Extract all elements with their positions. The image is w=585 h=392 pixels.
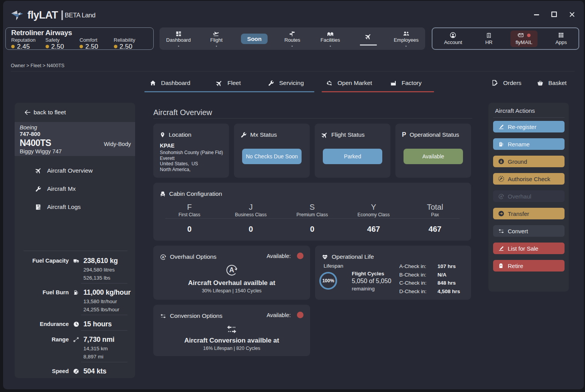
- airline-stat-value: 2.50: [46, 43, 80, 50]
- quick-nav-item-apps[interactable]: Apps: [550, 31, 572, 47]
- overhaul-options-title: Overhaul Options: [170, 253, 217, 260]
- minimize-button[interactable]: [527, 8, 545, 21]
- status-card-header: Location: [160, 131, 192, 138]
- spec-label: Range: [15, 336, 69, 343]
- action-button-ground[interactable]: Ground: [493, 156, 565, 167]
- sidebar-item-aircraft-logs[interactable]: Aircraft Logs: [15, 198, 135, 216]
- action-button-label: Authorise Check: [508, 176, 550, 182]
- airline-stat-value: 2.50: [80, 43, 114, 50]
- airline-stats: Reputation2.45Safety2.50Comfort2.50Relia…: [11, 37, 148, 50]
- overhaul-icon: A: [498, 193, 504, 200]
- action-button-rename[interactable]: Rename: [493, 138, 565, 150]
- app-title: flyLAT: [27, 9, 58, 21]
- main-nav-item-flight[interactable]: Flight: [197, 31, 235, 47]
- grid-icon: [558, 32, 564, 38]
- down-circle-icon: [498, 158, 504, 165]
- close-button[interactable]: [563, 8, 581, 21]
- tab-factory[interactable]: Factory: [390, 76, 422, 90]
- quick-nav-label: HR: [485, 39, 493, 45]
- cabin-class-count: 0: [281, 225, 343, 234]
- nav-notification-dot: [292, 46, 293, 47]
- action-button-transfer[interactable]: Transfer: [493, 208, 565, 219]
- check-value: 848 hrs: [437, 280, 456, 286]
- status-card-title: Mx Status: [250, 131, 277, 138]
- status-card-header: POperational Status: [402, 131, 459, 138]
- action-button-list-for-sale[interactable]: List for Sale: [493, 243, 565, 254]
- tab-label: Fleet: [227, 80, 241, 87]
- action-button-convert[interactable]: Convert: [493, 225, 565, 237]
- main-nav-item-soon[interactable]: Soon: [236, 34, 273, 44]
- aircraft-nickname: Biggy Wiggy 747: [20, 148, 131, 154]
- airline-stat-safety: Safety2.50: [46, 37, 80, 50]
- tab-row: DashboardFleetServicingOpen MarketFactor…: [3, 76, 584, 93]
- mx-status-button[interactable]: No Checks Due Soon: [242, 149, 302, 164]
- route-icon: [69, 337, 83, 343]
- sidebar-item-aircraft-mx[interactable]: Aircraft Mx: [15, 180, 135, 198]
- cabin-column-f: FFirst Class: [159, 203, 220, 217]
- main-nav-item-routes[interactable]: Routes: [273, 31, 311, 47]
- flight-cycles-value: 5,050 of 5,050: [352, 278, 391, 285]
- operational-status-button[interactable]: Available: [404, 149, 463, 164]
- tab-dashboard[interactable]: Dashboard: [150, 76, 190, 90]
- location-line: North America,: [160, 167, 223, 173]
- nav-notification-dot: [405, 46, 407, 47]
- specs-top-divider: [24, 251, 127, 251]
- spec-range: Range7,730 nmi: [15, 334, 135, 344]
- conversion-sub: 16% Lifespan | 820 Cycles: [153, 346, 310, 351]
- sidebar-item-aircraft-overview[interactable]: Aircraft Overview: [15, 161, 135, 180]
- main-nav-item-aircraft-active[interactable]: [349, 32, 387, 46]
- back-arrow-icon: [24, 109, 31, 115]
- tab-orders[interactable]: Orders: [492, 76, 521, 90]
- airline-summary-card[interactable]: Retroliner Airways Reputation2.45Safety2…: [5, 27, 154, 50]
- conversion-options-card: Conversion Options Available: Aircraft C…: [153, 305, 310, 356]
- tab-fleet[interactable]: Fleet: [216, 76, 241, 90]
- cabin-column-y: YEconomy Class: [343, 203, 404, 217]
- action-button-retire[interactable]: Retire: [493, 260, 565, 272]
- aircraft-info-strip: Boeing 747-800 N400TS Widy-Body Biggy Wi…: [15, 122, 135, 156]
- spec-value: 504 kts: [83, 367, 107, 375]
- status-card-operational-status: POperational StatusAvailable: [395, 124, 471, 178]
- spec-subvalue: 526,135 lbs: [83, 274, 135, 282]
- fleet-tabs-underline: [144, 91, 314, 92]
- check-label: A-Check in:: [399, 263, 437, 269]
- spec-endurance: Endurance15 hours: [15, 319, 135, 329]
- cabin-class-code: Total: [404, 203, 466, 212]
- maximize-button[interactable]: [545, 8, 563, 21]
- flight-status-button[interactable]: Parked: [323, 149, 382, 164]
- action-button-re-register[interactable]: Re-register: [493, 121, 565, 132]
- sidebar-item-label: Aircraft Mx: [47, 185, 76, 192]
- tab-label: Basket: [548, 80, 566, 87]
- quick-nav-item-hr[interactable]: HR: [480, 31, 498, 47]
- tab-basket[interactable]: Basket: [537, 76, 566, 90]
- quick-nav-label: flyMAIL: [515, 39, 532, 45]
- quick-nav-item-account[interactable]: Account: [439, 31, 467, 47]
- cabin-configuration-card: Cabin Configuration FFirst ClassJBusines…: [153, 183, 471, 241]
- tab-open-market[interactable]: Open Market: [326, 76, 372, 90]
- action-button-authorise-check[interactable]: Authorise Check: [493, 173, 565, 185]
- main-nav-item-facilities[interactable]: Facilities: [311, 31, 349, 47]
- flight-cycles-title: Flight Cycles: [352, 271, 391, 277]
- main-nav-item-dashboard[interactable]: Dashboard: [159, 31, 197, 47]
- rating-dot-icon: [80, 45, 83, 48]
- back-to-fleet-button[interactable]: back to fleet: [15, 103, 135, 122]
- overhaul-available-indicator: [297, 253, 304, 259]
- cabin-column-j: JBusiness Class: [220, 203, 281, 217]
- spec-fuel-capacity: Fuel Capacity238,610 kg: [15, 256, 135, 266]
- airline-stat-label: Reliability: [114, 37, 148, 43]
- overhaul-available-label: Available:: [266, 253, 291, 259]
- aircraft-specs: Fuel Capacity238,610 kg294,580 litres526…: [15, 251, 135, 376]
- tab-label: Servicing: [279, 80, 304, 87]
- fuel-truck-icon: [69, 258, 83, 264]
- quick-nav-item-flymail[interactable]: flyMAIL: [510, 31, 537, 47]
- spec-divider: [81, 362, 127, 362]
- aircraft-body-type: Widy-Body: [104, 141, 131, 147]
- main-nav: DashboardFlightSoonRoutesFacilitiesEmplo…: [159, 27, 425, 50]
- spec-label: Endurance: [15, 321, 69, 327]
- lifespan-label: Lifespan: [324, 263, 343, 269]
- tab-servicing[interactable]: Servicing: [268, 76, 304, 90]
- overhaul-heading: Aircraft Overhaul availble at: [153, 279, 310, 287]
- cabin-config-title: Cabin Configuration: [169, 190, 222, 197]
- main-nav-item-employees[interactable]: Employees: [387, 31, 425, 47]
- airline-stat-label: Comfort: [80, 37, 114, 43]
- breadcrumb-divider: [11, 71, 575, 71]
